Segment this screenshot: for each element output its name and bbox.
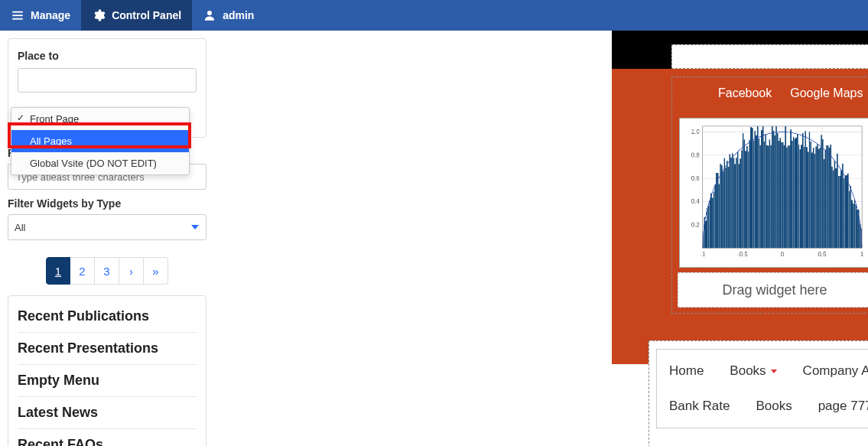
dropdown-item-front-page[interactable]: Front Page [11,108,189,130]
menu-row-2: Bank Rate Books page 777 testwebp [669,392,868,420]
page-1[interactable]: 1 [46,257,70,285]
widget-tabs: Facebook Google Maps [672,77,868,108]
svg-rect-1 [12,15,23,16]
place-to-label: Place to [18,50,197,62]
hamburger-icon [11,8,24,22]
svg-point-3 [207,11,212,15]
dropdown-item-global-vsite[interactable]: Global Vsite (DO NOT EDIT) [11,152,189,174]
tab-google-maps[interactable]: Google Maps [790,86,863,100]
widget-recent-faqs[interactable]: Recent FAQs [18,429,197,446]
widget-empty-menu[interactable]: Empty Menu [18,365,197,397]
widget-list: Recent Publications Recent Presentations… [8,295,206,446]
widget-recent-presentations[interactable]: Recent Presentations [18,333,197,365]
widget-recent-publications[interactable]: Recent Publications [18,301,197,333]
chevron-down-icon [771,369,777,373]
nav-manage[interactable]: Manage [0,0,81,31]
pagination: 1 2 3 › » [46,257,206,285]
svg-rect-2 [12,18,23,20]
nav-control-panel[interactable]: Control Panel [81,0,192,31]
tab-facebook[interactable]: Facebook [718,86,772,100]
top-navbar: Manage Control Panel admin [0,0,868,31]
nav-control-panel-label: Control Panel [112,9,181,21]
sidebar: Place to Create New Widget Front Page Al… [0,31,214,446]
page-last[interactable]: » [144,257,168,285]
place-to-dropdown: Front Page All Pages Global Vsite (DO NO… [11,107,190,175]
nav-menu-widget[interactable]: Home Books Company A Other Apps Public B… [656,349,868,428]
page-3[interactable]: 3 [95,257,119,285]
place-to-select[interactable] [18,68,197,93]
menu-home[interactable]: Home [669,357,704,385]
nav-user[interactable]: admin [192,0,265,31]
nav-manage-label: Manage [31,9,70,21]
svg-rect-0 [12,11,23,13]
widget-latest-news[interactable]: Latest News [18,397,197,429]
drag-widget-here[interactable]: Drag widget here [678,272,868,308]
menu-company-a[interactable]: Company A [803,357,868,385]
page-2[interactable]: 2 [70,257,95,285]
menu-page-777[interactable]: page 777 [818,392,868,420]
chart-widget[interactable] [679,118,868,268]
menu-books-2[interactable]: Books [756,392,792,420]
menu-books[interactable]: Books [730,357,776,385]
filter-type-select[interactable]: All [8,214,206,240]
menu-bank-rate[interactable]: Bank Rate [669,392,730,420]
header-dropzone[interactable] [671,44,868,69]
filter-type-label: Filter Widgets by Type [8,197,206,210]
menu-row-1: Home Books Company A Other Apps Public [669,357,868,385]
nav-user-label: admin [223,9,254,21]
layout-canvas: Facebook Google Maps Drag widget here Ho… [214,31,868,446]
gear-icon [92,8,106,22]
dropdown-item-all-pages[interactable]: All Pages [11,130,189,152]
user-icon [203,8,216,22]
page-next[interactable]: › [119,257,144,285]
chart-canvas [680,119,868,267]
